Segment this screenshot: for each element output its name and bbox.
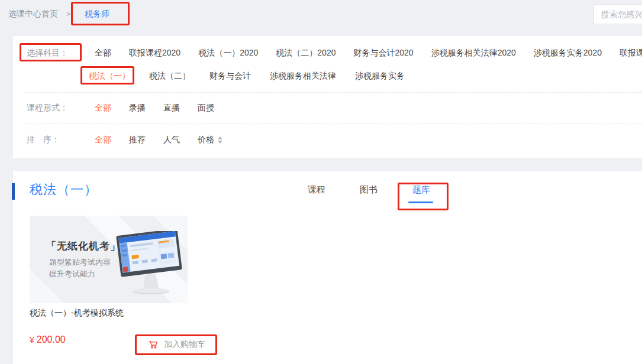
subject-item-taxlaw2-2020[interactable]: 税法（二）2020 bbox=[276, 48, 335, 58]
sort-row: 全部 推荐 人气 价格 bbox=[95, 135, 222, 145]
sort-label: 排 序： bbox=[27, 135, 60, 145]
results-panel: 税法（一） 课程 图书 题库 「无纸化机考」 题型紧贴考试内容 提升考试能力 bbox=[13, 171, 642, 364]
price-sort-arrows-icon[interactable] bbox=[218, 136, 222, 144]
subject-sub-item-finance[interactable]: 财务与会计 bbox=[209, 71, 251, 82]
sort-item-all[interactable]: 全部 bbox=[95, 135, 111, 145]
result-tabs: 课程 图书 题库 bbox=[13, 184, 642, 202]
form-item-inperson[interactable]: 面授 bbox=[198, 103, 214, 113]
subject-item-law-2020[interactable]: 涉税服务相关法律2020 bbox=[431, 48, 516, 58]
subject-sub-item-law[interactable]: 涉税服务相关法律 bbox=[270, 71, 336, 82]
breadcrumb-separator: > bbox=[66, 10, 70, 18]
filter-panel: 选择科目： 全部 联报课程2020 税法（一）2020 税法（二）2020 财务… bbox=[13, 36, 642, 158]
subject-item-finance-2020[interactable]: 财务与会计2020 bbox=[353, 48, 413, 58]
sort-item-popularity[interactable]: 人气 bbox=[163, 135, 180, 145]
subject-sub-filter-row: 税法（一） 税法（二） 财务与会计 涉税服务相关法律 涉税服务实务 bbox=[89, 71, 405, 82]
course-form-row: 全部 录播 直播 面授 bbox=[95, 103, 214, 113]
tab-courses[interactable]: 课程 bbox=[308, 184, 325, 196]
add-to-cart-label: 加入购物车 bbox=[164, 339, 205, 350]
subject-filter-row: 全部 联报课程2020 税法（一）2020 税法（二）2020 财务与会计202… bbox=[95, 48, 642, 58]
divider bbox=[25, 123, 642, 124]
price-amount: 200.00 bbox=[37, 334, 66, 344]
banner-subtitle: 题型紧贴考试内容 提升考试能力 bbox=[49, 256, 111, 280]
divider bbox=[25, 92, 642, 93]
subject-item-bundle-clipped[interactable]: 联报课程2020 bbox=[620, 48, 642, 58]
sort-item-price-label: 价格 bbox=[198, 135, 214, 145]
banner-title: 「无纸化机考」 bbox=[46, 239, 121, 253]
add-to-cart-button[interactable]: 加入购物车 bbox=[135, 334, 218, 355]
sort-item-price[interactable]: 价格 bbox=[198, 135, 222, 145]
product-name[interactable]: 税法（一）-机考模拟系统 bbox=[30, 308, 124, 318]
course-form-label: 课程形式： bbox=[27, 103, 68, 113]
form-item-recorded[interactable]: 录播 bbox=[129, 103, 146, 113]
product-thumbnail[interactable]: 「无纸化机考」 题型紧贴考试内容 提升考试能力 bbox=[30, 216, 188, 303]
subject-sub-item-taxlaw1[interactable]: 税法（一） bbox=[89, 71, 130, 82]
page: 选课中心首页 > 税务师 选择科目： 全部 联报课程2020 税法（一）2020… bbox=[0, 0, 642, 364]
shopping-cart-icon bbox=[147, 339, 159, 350]
form-item-all[interactable]: 全部 bbox=[95, 103, 111, 113]
breadcrumb: 选课中心首页 > 税务师 bbox=[8, 9, 109, 20]
subject-filter-label: 选择科目： bbox=[27, 48, 68, 58]
breadcrumb-current[interactable]: 税务师 bbox=[85, 9, 109, 20]
tab-question-bank[interactable]: 题库 bbox=[412, 184, 430, 196]
search-input[interactable] bbox=[593, 4, 642, 24]
subject-item-practice-2020[interactable]: 涉税服务实务2020 bbox=[534, 48, 602, 58]
sort-item-recommended[interactable]: 推荐 bbox=[129, 135, 146, 145]
subject-sub-item-taxlaw2[interactable]: 税法（二） bbox=[149, 71, 191, 82]
form-item-live[interactable]: 直播 bbox=[163, 103, 180, 113]
product-price: ¥200.00 bbox=[30, 334, 66, 345]
computer-monitor-icon bbox=[111, 231, 186, 297]
subject-item-taxlaw1-2020[interactable]: 税法（一）2020 bbox=[198, 48, 258, 58]
subject-sub-item-practice[interactable]: 涉税服务实务 bbox=[355, 71, 405, 82]
subject-item-all[interactable]: 全部 bbox=[95, 48, 111, 58]
subject-item-bundle-2020[interactable]: 联报课程2020 bbox=[129, 48, 180, 58]
active-tab-underline bbox=[408, 202, 433, 203]
currency-symbol: ¥ bbox=[30, 335, 34, 344]
breadcrumb-home-link[interactable]: 选课中心首页 bbox=[8, 9, 58, 20]
tab-books[interactable]: 图书 bbox=[360, 184, 378, 196]
